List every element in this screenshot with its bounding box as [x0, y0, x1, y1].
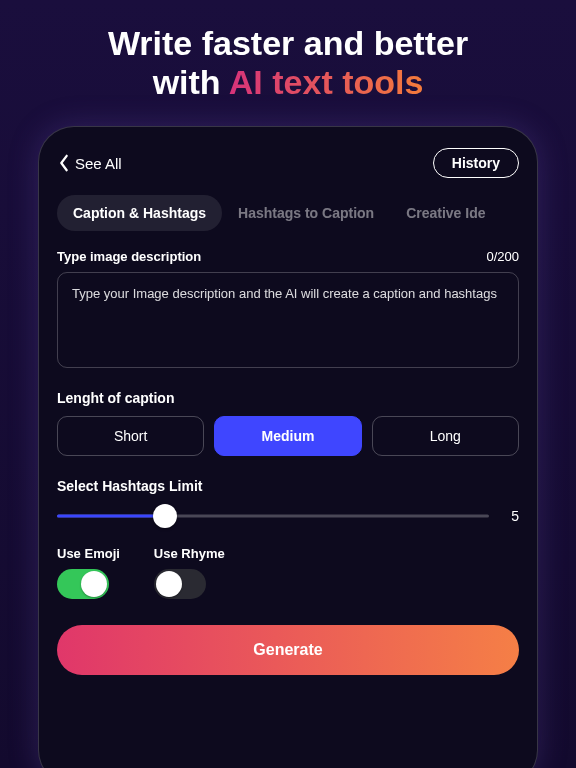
app-screen: See All History Caption & Hashtags Hasht… [38, 126, 538, 768]
generate-button[interactable]: Generate [57, 625, 519, 675]
toggle-emoji[interactable] [57, 569, 109, 599]
toggle-emoji-col: Use Emoji [57, 546, 120, 599]
hashtags-label: Select Hashtags Limit [57, 478, 519, 494]
hero-line1: Write faster and better [20, 24, 556, 63]
topbar: See All History [57, 145, 519, 181]
toggle-rhyme[interactable] [154, 569, 206, 599]
tab-creative-ideas[interactable]: Creative Ide [390, 195, 501, 231]
description-counter: 0/200 [486, 249, 519, 264]
back-button[interactable]: See All [57, 154, 122, 172]
toggles-row: Use Emoji Use Rhyme [57, 546, 519, 599]
hashtags-value: 5 [505, 508, 519, 524]
back-label: See All [75, 155, 122, 172]
length-long[interactable]: Long [372, 416, 519, 456]
description-placeholder: Type your Image description and the AI w… [72, 285, 504, 304]
length-medium[interactable]: Medium [214, 416, 361, 456]
hashtags-slider-row: 5 [57, 506, 519, 526]
toggle-rhyme-col: Use Rhyme [154, 546, 225, 599]
toggle-rhyme-label: Use Rhyme [154, 546, 225, 561]
length-short[interactable]: Short [57, 416, 204, 456]
length-label: Lenght of caption [57, 390, 519, 406]
toggle-emoji-label: Use Emoji [57, 546, 120, 561]
hero-headline: Write faster and better with AI text too… [0, 0, 576, 120]
slider-track-fill [57, 515, 165, 518]
hero-line2: with AI text tools [20, 63, 556, 102]
description-label: Type image description [57, 249, 201, 264]
hero-line2-part1: with [153, 63, 229, 101]
hashtags-slider[interactable] [57, 506, 489, 526]
description-header: Type image description 0/200 [57, 249, 519, 264]
chevron-left-icon [57, 154, 71, 172]
toggle-knob-icon [156, 571, 182, 597]
tab-hashtags-to-caption[interactable]: Hashtags to Caption [222, 195, 390, 231]
hero-line2-part2: AI text tools [229, 63, 424, 101]
tabs: Caption & Hashtags Hashtags to Caption C… [57, 195, 519, 231]
length-segmented: Short Medium Long [57, 416, 519, 456]
tab-caption-hashtags[interactable]: Caption & Hashtags [57, 195, 222, 231]
description-input[interactable]: Type your Image description and the AI w… [57, 272, 519, 368]
history-button[interactable]: History [433, 148, 519, 178]
toggle-knob-icon [81, 571, 107, 597]
slider-thumb[interactable] [153, 504, 177, 528]
